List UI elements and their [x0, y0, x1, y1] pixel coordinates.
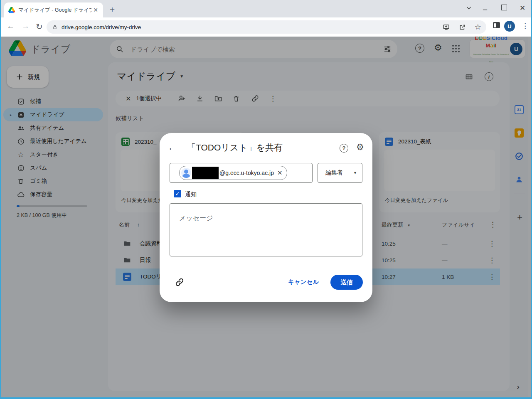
recipient-email-domain: @g.ecc.u-tokyo.ac.jp: [219, 170, 274, 176]
window-border: [0, 397, 532, 399]
cancel-button[interactable]: キャンセル: [283, 278, 324, 286]
copy-link-icon[interactable]: [175, 277, 185, 287]
dialog-title: 「TODOリスト」を共有: [187, 142, 283, 153]
person-avatar-icon: [181, 168, 191, 178]
role-select[interactable]: 編集者 ▼: [318, 163, 362, 183]
chevron-down-icon: ▼: [353, 171, 357, 175]
tab-close-icon[interactable]: ✕: [91, 7, 100, 13]
recipient-chip[interactable]: @g.ecc.u-tokyo.ac.jp ✕: [179, 166, 287, 180]
side-panel-icon[interactable]: [493, 22, 500, 28]
notify-checkbox[interactable]: ✓: [174, 190, 181, 197]
browser-profile-avatar[interactable]: U: [504, 21, 515, 32]
send-button[interactable]: 送信: [330, 275, 363, 290]
window-chevron-icon[interactable]: [465, 3, 473, 12]
share-recipients-field[interactable]: @g.ecc.u-tokyo.ac.jp ✕: [170, 163, 313, 183]
window-border: [0, 0, 1, 399]
lock-icon: [52, 24, 58, 30]
bookmark-star-icon[interactable]: ☆: [475, 22, 481, 32]
dialog-back-icon[interactable]: ←: [168, 143, 177, 153]
window-maximize-button[interactable]: [501, 5, 507, 10]
drive-favicon: [8, 7, 15, 13]
redacted-name: [192, 167, 219, 179]
dialog-help-icon[interactable]: ?: [340, 144, 348, 153]
address-bar[interactable]: drive.google.com/drive/my-drive ☆: [47, 20, 486, 34]
role-value: 編集者: [325, 169, 343, 177]
browser-menu-icon[interactable]: ⋮: [522, 22, 529, 30]
tab-title: マイドライブ - Google ドライブ: [18, 7, 91, 14]
new-tab-button[interactable]: ＋: [108, 4, 116, 15]
chip-remove-icon[interactable]: ✕: [277, 169, 283, 177]
share-icon[interactable]: [458, 23, 466, 31]
window-minimize-button[interactable]: –: [483, 5, 487, 14]
forward-icon[interactable]: →: [22, 22, 30, 31]
check-icon: ✓: [175, 191, 180, 197]
share-dialog: ← 「TODOリスト」を共有 ? ⚙ @g.ecc.u-tokyo.ac.jp …: [160, 133, 372, 302]
window-close-button[interactable]: ✕: [520, 4, 525, 12]
refresh-icon[interactable]: ↻: [36, 22, 43, 32]
install-icon[interactable]: [442, 23, 450, 31]
dialog-settings-gear-icon[interactable]: ⚙: [356, 142, 364, 152]
notify-label: 通知: [185, 191, 197, 198]
message-textarea[interactable]: [170, 203, 362, 256]
back-icon[interactable]: ←: [7, 22, 15, 31]
url-text: drive.google.com/drive/my-drive: [62, 24, 442, 30]
browser-tab[interactable]: マイドライブ - Google ドライブ ✕: [4, 2, 103, 17]
